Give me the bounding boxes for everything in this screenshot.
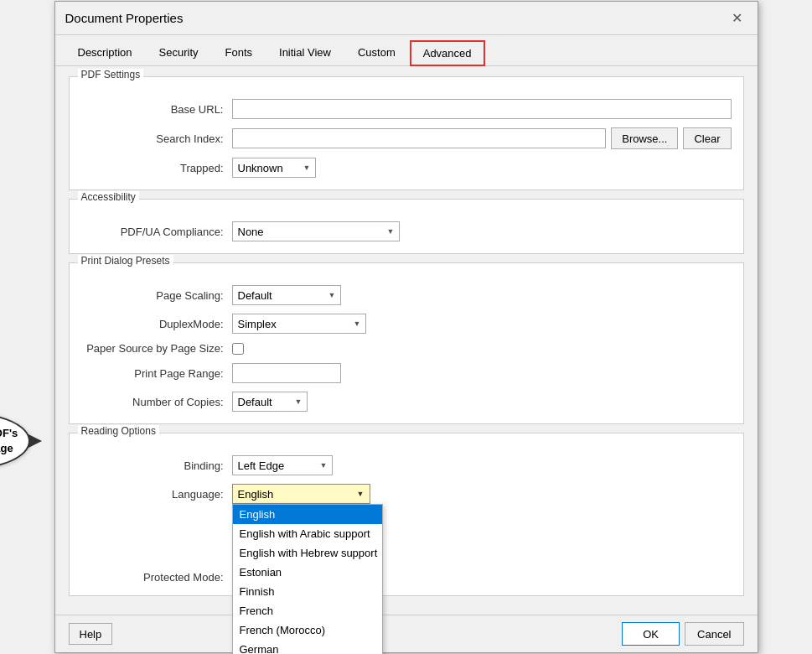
copies-row: Number of Copies: Default 1 2 [81,392,732,412]
binding-label: Binding: [81,459,232,472]
duplex-select[interactable]: Simplex Duplex Flip Long Edge Duplex Fli… [232,314,366,334]
pdf-settings-title: PDF Settings [78,69,144,80]
page-scaling-row: Page Scaling: Default None [81,285,732,305]
page-scaling-label: Page Scaling: [81,289,232,302]
trapped-label: Trapped: [81,162,232,174]
print-range-input[interactable] [232,363,341,383]
language-label: Language: [81,488,232,501]
dialog-title: Document Properties [65,11,184,25]
compliance-select-wrapper: None PDF/UA-1 [232,221,400,241]
accessibility-section: Accessibility PDF/UA Compliance: None PD… [69,199,744,254]
copies-wrapper: Default 1 2 [232,392,308,412]
tab-security[interactable]: Security [147,40,211,65]
tab-bar: Description Security Fonts Initial View … [55,35,758,66]
tooltip-text: This sets the PDF's primary language [0,427,18,454]
tab-advanced[interactable]: Advanced [410,40,485,66]
protected-mode-row: Protected Mode: On [81,571,732,584]
close-button[interactable]: ✕ [727,8,747,28]
print-range-row: Print Page Range: [81,363,732,383]
protected-mode-label: Protected Mode: [81,571,232,584]
title-bar: Document Properties ✕ [55,2,758,35]
language-select-display[interactable]: English ▼ [232,484,370,504]
language-selected-value: English [238,488,274,501]
paper-source-row: Paper Source by Page Size: [81,342,732,355]
duplex-wrapper: Simplex Duplex Flip Long Edge Duplex Fli… [232,314,366,334]
print-dialog-section: Print Dialog Presets Page Scaling: Defau… [69,262,744,424]
paper-source-label: Paper Source by Page Size: [81,342,232,355]
search-index-label: Search Index: [81,132,232,145]
lang-english-arabic[interactable]: English with Arabic support [233,524,382,543]
help-button[interactable]: Help [69,623,113,645]
reading-options-section: Reading Options Binding: Left Edge Right… [69,433,744,596]
language-dropdown-container: English ▼ English English with Arabic su… [232,484,370,504]
copies-select[interactable]: Default 1 2 [232,392,308,412]
lang-estonian[interactable]: Estonian [233,563,382,582]
search-index-input[interactable] [232,128,607,148]
base-url-input[interactable] [232,99,732,119]
lang-english[interactable]: English [233,505,382,524]
document-properties-dialog: Document Properties ✕ Description Securi… [54,1,758,653]
base-url-row: Base URL: [81,99,732,119]
compliance-select[interactable]: None PDF/UA-1 [232,221,400,241]
print-range-label: Print Page Range: [81,367,232,380]
duplex-label: DuplexMode: [81,318,232,330]
tab-description[interactable]: Description [65,40,145,65]
tab-fonts[interactable]: Fonts [213,40,266,65]
print-dialog-title: Print Dialog Presets [78,255,173,267]
tab-initial-view[interactable]: Initial View [266,40,344,65]
copies-label: Number of Copies: [81,396,232,408]
paper-source-checkbox[interactable] [232,343,244,355]
base-url-label: Base URL: [81,103,232,116]
trapped-select[interactable]: Unknown True False [232,158,316,178]
search-index-row: Search Index: Browse... Clear [81,127,732,149]
clear-button[interactable]: Clear [683,127,731,149]
bottom-right-buttons: OK Cancel [622,622,743,646]
tab-custom[interactable]: Custom [345,40,408,65]
language-row: Language: English ▼ English English w [81,484,732,504]
accessibility-title: Accessibility [78,191,139,203]
tooltip-bubble: This sets the PDF's primary language [0,413,30,470]
lang-finnish[interactable]: Finnish [233,582,382,601]
language-dropdown-list: English English with Arabic support Engl… [232,504,383,654]
ok-button[interactable]: OK [622,622,680,646]
binding-select[interactable]: Left Edge Right Edge [232,455,333,475]
lang-german[interactable]: German [233,640,382,654]
trapped-select-wrapper: Unknown True False [232,158,316,178]
binding-wrapper: Left Edge Right Edge [232,455,333,475]
pdf-settings-section: PDF Settings Base URL: Search Index: Bro… [69,76,744,190]
duplex-row: DuplexMode: Simplex Duplex Flip Long Edg… [81,314,732,334]
language-dropdown-arrow: ▼ [357,490,365,498]
tab-content: PDF Settings Base URL: Search Index: Bro… [55,66,758,615]
reading-options-title: Reading Options [78,425,159,437]
lang-english-hebrew[interactable]: English with Hebrew support [233,543,382,563]
page-scaling-select[interactable]: Default None [232,285,341,305]
page-scaling-wrapper: Default None [232,285,341,305]
bottom-bar: Help OK Cancel [55,615,758,652]
lang-french-morocco[interactable]: French (Morocco) [233,620,382,640]
browse-button[interactable]: Browse... [611,127,678,149]
lang-french[interactable]: French [233,601,382,620]
cancel-button[interactable]: Cancel [685,622,743,646]
binding-row: Binding: Left Edge Right Edge [81,455,732,475]
compliance-label: PDF/UA Compliance: [81,226,232,238]
compliance-row: PDF/UA Compliance: None PDF/UA-1 [81,221,732,241]
trapped-row: Trapped: Unknown True False [81,158,732,178]
